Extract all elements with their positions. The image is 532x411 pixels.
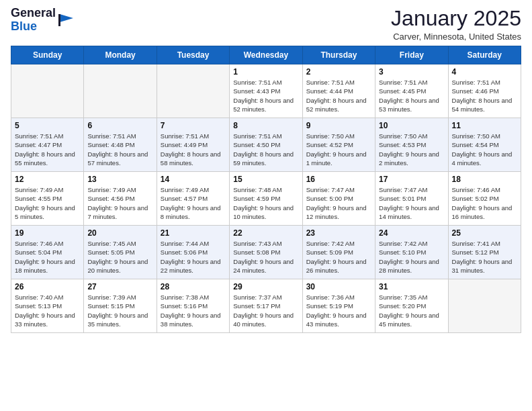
- calendar-cell: 26Sunrise: 7:40 AMSunset: 5:13 PMDayligh…: [11, 279, 84, 333]
- logo-flag-icon: [57, 13, 76, 28]
- day-number: 19: [15, 228, 80, 238]
- calendar-cell: [11, 64, 84, 118]
- calendar-cell: 12Sunrise: 7:49 AMSunset: 4:55 PMDayligh…: [11, 172, 84, 226]
- day-number: 15: [233, 175, 298, 184]
- calendar-cell: 8Sunrise: 7:51 AMSunset: 4:50 PMDaylight…: [230, 118, 302, 172]
- calendar-cell: 24Sunrise: 7:42 AMSunset: 5:10 PMDayligh…: [375, 226, 448, 279]
- day-info: Sunrise: 7:47 AMSunset: 5:00 PMDaylight:…: [306, 185, 371, 221]
- weekday-saturday: Saturday: [448, 46, 521, 64]
- logo-general-text: General: [11, 6, 56, 19]
- day-info: Sunrise: 7:47 AMSunset: 5:01 PMDaylight:…: [379, 185, 444, 221]
- calendar-week-4: 19Sunrise: 7:46 AMSunset: 5:04 PMDayligh…: [11, 226, 521, 279]
- weekday-header-row: SundayMondayTuesdayWednesdayThursdayFrid…: [11, 46, 521, 64]
- page-header: General Blue January 2025 Carver, Minnes…: [11, 7, 521, 42]
- weekday-thursday: Thursday: [302, 46, 375, 64]
- day-number: 28: [161, 282, 226, 291]
- calendar-cell: 25Sunrise: 7:41 AMSunset: 5:12 PMDayligh…: [448, 226, 521, 279]
- day-number: 31: [379, 282, 444, 291]
- calendar-cell: 11Sunrise: 7:50 AMSunset: 4:54 PMDayligh…: [448, 118, 521, 172]
- calendar-cell: 4Sunrise: 7:51 AMSunset: 4:46 PMDaylight…: [448, 64, 521, 118]
- day-number: 22: [233, 228, 298, 238]
- day-info: Sunrise: 7:51 AMSunset: 4:46 PMDaylight:…: [452, 78, 517, 113]
- calendar-cell: 7Sunrise: 7:51 AMSunset: 4:49 PMDaylight…: [157, 118, 229, 172]
- calendar-week-5: 26Sunrise: 7:40 AMSunset: 5:13 PMDayligh…: [11, 279, 521, 333]
- calendar-week-1: 1Sunrise: 7:51 AMSunset: 4:43 PMDaylight…: [11, 64, 521, 118]
- day-number: 24: [379, 228, 444, 238]
- calendar-cell: 10Sunrise: 7:50 AMSunset: 4:53 PMDayligh…: [375, 118, 448, 172]
- day-number: 1: [233, 67, 298, 77]
- calendar-cell: 22Sunrise: 7:43 AMSunset: 5:08 PMDayligh…: [230, 226, 302, 279]
- weekday-tuesday: Tuesday: [157, 46, 229, 64]
- svg-rect-1: [58, 14, 60, 26]
- day-number: 26: [15, 282, 80, 291]
- day-number: 20: [87, 228, 152, 238]
- calendar-cell: 18Sunrise: 7:46 AMSunset: 5:02 PMDayligh…: [448, 172, 521, 226]
- calendar-cell: 21Sunrise: 7:44 AMSunset: 5:06 PMDayligh…: [157, 226, 229, 279]
- calendar-cell: 20Sunrise: 7:45 AMSunset: 5:05 PMDayligh…: [84, 226, 157, 279]
- calendar-cell: 6Sunrise: 7:51 AMSunset: 4:48 PMDaylight…: [84, 118, 157, 172]
- calendar-cell: 31Sunrise: 7:35 AMSunset: 5:20 PMDayligh…: [375, 279, 448, 333]
- title-block: January 2025 Carver, Minnesota, United S…: [391, 7, 521, 42]
- calendar-cell: 23Sunrise: 7:42 AMSunset: 5:09 PMDayligh…: [302, 226, 375, 279]
- day-info: Sunrise: 7:35 AMSunset: 5:20 PMDaylight:…: [379, 293, 444, 328]
- day-info: Sunrise: 7:51 AMSunset: 4:45 PMDaylight:…: [379, 78, 444, 113]
- day-info: Sunrise: 7:51 AMSunset: 4:48 PMDaylight:…: [87, 132, 152, 167]
- logo: General Blue: [11, 7, 76, 34]
- day-info: Sunrise: 7:37 AMSunset: 5:17 PMDaylight:…: [233, 293, 298, 328]
- day-info: Sunrise: 7:42 AMSunset: 5:10 PMDaylight:…: [379, 239, 444, 275]
- day-info: Sunrise: 7:42 AMSunset: 5:09 PMDaylight:…: [306, 239, 371, 275]
- day-number: 11: [452, 121, 517, 130]
- day-info: Sunrise: 7:50 AMSunset: 4:52 PMDaylight:…: [306, 132, 371, 167]
- calendar-cell: 13Sunrise: 7:49 AMSunset: 4:56 PMDayligh…: [84, 172, 157, 226]
- location-text: Carver, Minnesota, United States: [391, 32, 521, 42]
- calendar-cell: 2Sunrise: 7:51 AMSunset: 4:44 PMDaylight…: [302, 64, 375, 118]
- calendar-cell: 27Sunrise: 7:39 AMSunset: 5:15 PMDayligh…: [84, 279, 157, 333]
- day-info: Sunrise: 7:51 AMSunset: 4:49 PMDaylight:…: [161, 132, 226, 167]
- day-number: 25: [452, 228, 517, 238]
- day-number: 27: [87, 282, 152, 291]
- day-info: Sunrise: 7:46 AMSunset: 5:04 PMDaylight:…: [15, 239, 80, 275]
- calendar-cell: 15Sunrise: 7:48 AMSunset: 4:59 PMDayligh…: [230, 172, 302, 226]
- calendar-cell: 3Sunrise: 7:51 AMSunset: 4:45 PMDaylight…: [375, 64, 448, 118]
- day-info: Sunrise: 7:45 AMSunset: 5:05 PMDaylight:…: [87, 239, 152, 275]
- day-number: 30: [306, 282, 371, 291]
- month-title: January 2025: [391, 7, 521, 30]
- day-number: 5: [15, 121, 80, 130]
- calendar-cell: [84, 64, 157, 118]
- calendar-cell: 9Sunrise: 7:50 AMSunset: 4:52 PMDaylight…: [302, 118, 375, 172]
- day-number: 16: [306, 175, 371, 184]
- weekday-friday: Friday: [375, 46, 448, 64]
- day-info: Sunrise: 7:49 AMSunset: 4:55 PMDaylight:…: [15, 185, 80, 221]
- day-number: 29: [233, 282, 298, 291]
- day-number: 7: [161, 121, 226, 130]
- day-number: 13: [87, 175, 152, 184]
- day-number: 3: [379, 67, 444, 77]
- calendar-cell: 14Sunrise: 7:49 AMSunset: 4:57 PMDayligh…: [157, 172, 229, 226]
- svg-marker-0: [60, 14, 73, 22]
- day-number: 17: [379, 175, 444, 184]
- calendar-week-3: 12Sunrise: 7:49 AMSunset: 4:55 PMDayligh…: [11, 172, 521, 226]
- day-number: 18: [452, 175, 517, 184]
- day-info: Sunrise: 7:49 AMSunset: 4:57 PMDaylight:…: [161, 185, 226, 221]
- day-info: Sunrise: 7:36 AMSunset: 5:19 PMDaylight:…: [306, 293, 371, 328]
- day-info: Sunrise: 7:44 AMSunset: 5:06 PMDaylight:…: [161, 239, 226, 275]
- day-info: Sunrise: 7:38 AMSunset: 5:16 PMDaylight:…: [161, 293, 226, 328]
- weekday-sunday: Sunday: [11, 46, 84, 64]
- calendar-cell: 1Sunrise: 7:51 AMSunset: 4:43 PMDaylight…: [230, 64, 302, 118]
- calendar-week-2: 5Sunrise: 7:51 AMSunset: 4:47 PMDaylight…: [11, 118, 521, 172]
- day-number: 6: [87, 121, 152, 130]
- day-number: 9: [306, 121, 371, 130]
- logo-blue-text: Blue: [11, 19, 37, 33]
- day-info: Sunrise: 7:51 AMSunset: 4:47 PMDaylight:…: [15, 132, 80, 167]
- day-info: Sunrise: 7:51 AMSunset: 4:43 PMDaylight:…: [233, 78, 298, 113]
- day-info: Sunrise: 7:39 AMSunset: 5:15 PMDaylight:…: [87, 293, 152, 328]
- calendar-cell: [157, 64, 229, 118]
- day-number: 2: [306, 67, 371, 77]
- day-number: 10: [379, 121, 444, 130]
- calendar-cell: 29Sunrise: 7:37 AMSunset: 5:17 PMDayligh…: [230, 279, 302, 333]
- day-number: 4: [452, 67, 517, 77]
- calendar-table: SundayMondayTuesdayWednesdayThursdayFrid…: [11, 46, 521, 333]
- weekday-monday: Monday: [84, 46, 157, 64]
- calendar-cell: 5Sunrise: 7:51 AMSunset: 4:47 PMDaylight…: [11, 118, 84, 172]
- day-number: 14: [161, 175, 226, 184]
